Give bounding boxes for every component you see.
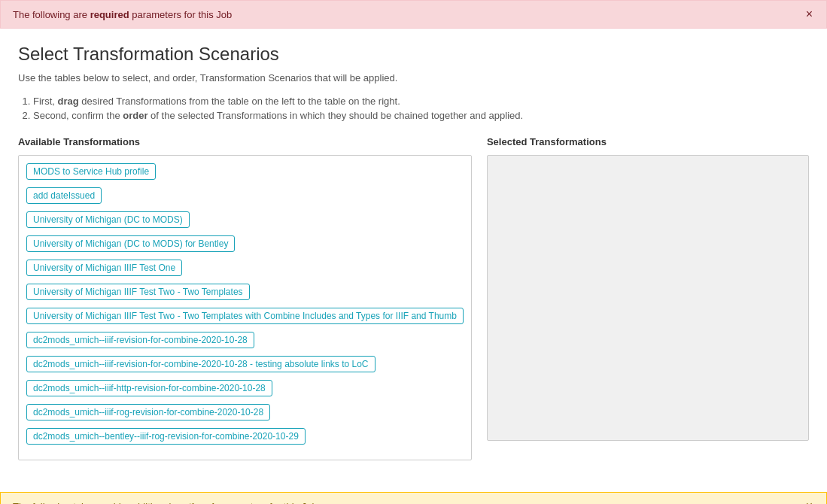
drag-bold: drag — [58, 96, 79, 107]
tag-row-10: dc2mods_umich--iiif-http-revision-for-co… — [26, 380, 464, 401]
instruction-item-2: Second, confirm the order of the selecte… — [33, 110, 809, 121]
tag-row-12: dc2mods_umich--bentley--iiif-rog-revisio… — [26, 428, 464, 449]
transformation-columns: Available Transformations MODS to Servic… — [18, 136, 809, 460]
available-column: Available Transformations MODS to Servic… — [18, 136, 472, 460]
tag-row-9: dc2mods_umich--iiif-revision-for-combine… — [26, 356, 464, 377]
transform-tag-add-dateissued[interactable]: add dateIssued — [26, 187, 102, 204]
selected-transform-list[interactable] — [487, 155, 809, 441]
transform-tag-umich-dc-mods[interactable]: University of Michigan (DC to MODS) — [26, 211, 190, 228]
tag-row-8: dc2mods_umich--iiif-revision-for-combine… — [26, 332, 464, 353]
required-alert-text: The following are required parameters fo… — [13, 9, 232, 20]
tag-row-3: University of Michigan (DC to MODS) — [26, 211, 464, 232]
tag-row-1: MODS to Service Hub profile — [26, 163, 464, 184]
order-bold: order — [123, 110, 147, 121]
required-params-alert: The following are required parameters fo… — [0, 0, 827, 29]
optional-alert-close[interactable]: × — [804, 500, 814, 504]
tag-row-2: add dateIssued — [26, 187, 464, 208]
instruction-item-1: First, drag desired Transformations from… — [33, 96, 809, 107]
optional-bold: optional — [177, 501, 215, 505]
transform-tag-dc2mods-bentley-iiif-rog-rev-1029[interactable]: dc2mods_umich--bentley--iiif-rog-revisio… — [26, 428, 306, 445]
available-column-title: Available Transformations — [18, 136, 472, 147]
transform-tag-dc2mods-iiif-rog-rev-1028[interactable]: dc2mods_umich--iiif-rog-revision-for-com… — [26, 404, 270, 421]
tag-row-5: University of Michigan IIIF Test One — [26, 260, 464, 281]
instructions-list: First, drag desired Transformations from… — [18, 96, 809, 121]
transform-tag-mods-service-hub[interactable]: MODS to Service Hub profile — [26, 163, 156, 180]
tag-row-4: University of Michigan (DC to MODS) for … — [26, 235, 464, 257]
selected-column-title: Selected Transformations — [487, 136, 809, 147]
page-wrapper: The following are required parameters fo… — [0, 0, 827, 504]
main-content: Select Transformation Scenarios Use the … — [0, 29, 827, 504]
selected-column: Selected Transformations — [487, 136, 809, 460]
transform-tag-umich-iiif-test-two-combine[interactable]: University of Michigan IIIF Test Two - T… — [26, 308, 464, 324]
tag-row-11: dc2mods_umich--iiif-rog-revision-for-com… — [26, 404, 464, 425]
transform-tag-umich-iiif-test-two[interactable]: University of Michigan IIIF Test Two - T… — [26, 284, 250, 300]
tag-row-6: University of Michigan IIIF Test Two - T… — [26, 284, 464, 305]
transform-tag-dc2mods-iiif-http-rev-1028[interactable]: dc2mods_umich--iiif-http-revision-for-co… — [26, 380, 272, 396]
tag-row-7: University of Michigan IIIF Test Two - T… — [26, 308, 464, 329]
transform-tag-dc2mods-iiif-rev-1028-loc[interactable]: dc2mods_umich--iiif-revision-for-combine… — [26, 356, 375, 372]
optional-params-alert: The following tabs provide additional, o… — [0, 492, 827, 504]
transform-tag-umich-iiif-test-one[interactable]: University of Michigan IIIF Test One — [26, 260, 182, 276]
available-transform-list[interactable]: MODS to Service Hub profile add dateIssu… — [18, 155, 472, 460]
page-title: Select Transformation Scenarios — [18, 44, 809, 65]
transform-tag-dc2mods-iiif-rev-1028[interactable]: dc2mods_umich--iiif-revision-for-combine… — [26, 332, 254, 348]
optional-alert-text: The following tabs provide additional, o… — [13, 501, 318, 505]
required-alert-close[interactable]: × — [804, 8, 814, 20]
page-subtitle: Use the tables below to select, and orde… — [18, 72, 809, 83]
required-bold: required — [90, 9, 129, 20]
transform-tag-umich-dc-mods-bentley[interactable]: University of Michigan (DC to MODS) for … — [26, 235, 235, 252]
